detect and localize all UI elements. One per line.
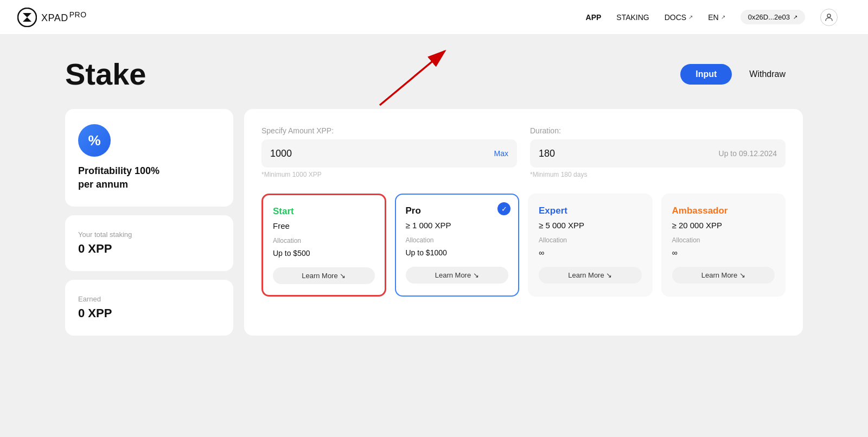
tier-learn-more-expert[interactable]: Learn More ↘ xyxy=(539,267,642,284)
form-inputs: Specify Amount XPP: 1000 Max *Minimum 10… xyxy=(261,126,786,178)
user-icon xyxy=(825,13,833,22)
lang-arrow-icon: ↗ xyxy=(721,14,725,20)
main-nav: APP STAKING DOCS ↗ EN ↗ 0x26D...2e03 ↗ xyxy=(586,9,838,26)
svg-point-0 xyxy=(18,8,36,27)
left-column: % Profitability 100%per annum Your total… xyxy=(65,109,233,336)
logo-text: XPADPRO xyxy=(41,10,87,24)
tier-amount-start: Free xyxy=(273,221,375,230)
tier-learn-more-start[interactable]: Learn More ↘ xyxy=(273,267,375,284)
tier-amount-expert: ≥ 5 000 XPP xyxy=(539,221,642,230)
docs-arrow-icon: ↗ xyxy=(688,14,693,20)
nav-docs[interactable]: DOCS ↗ xyxy=(665,13,693,22)
tier-cards-row: Start Free Allocation Up to $500 Learn M… xyxy=(261,194,786,297)
nav-language[interactable]: EN ↗ xyxy=(708,13,725,22)
input-button[interactable]: Input xyxy=(680,64,732,85)
duration-field-group: Duration: 180 Up to 09.12.2024 *Minimum … xyxy=(530,126,786,178)
svg-point-1 xyxy=(827,14,831,17)
page-title: Stake xyxy=(65,56,146,92)
nav-staking[interactable]: STAKING xyxy=(616,13,649,22)
amount-field-group: Specify Amount XPP: 1000 Max *Minimum 10… xyxy=(261,126,517,178)
tier-name-ambassador: Ambassador xyxy=(672,205,775,216)
tier-alloc-label-expert: Allocation xyxy=(539,236,642,244)
duration-date: Up to 09.12.2024 xyxy=(719,149,777,158)
tier-name-pro: Pro xyxy=(406,205,509,216)
tier-amount-pro: ≥ 1 000 XPP xyxy=(406,221,509,230)
duration-input-box[interactable]: 180 Up to 09.12.2024 xyxy=(530,139,786,168)
tier-card-pro[interactable]: Pro ≥ 1 000 XPP Allocation Up to $1000 L… xyxy=(395,194,520,297)
tier-learn-more-pro[interactable]: Learn More ↘ xyxy=(406,267,509,284)
tier-name-start: Start xyxy=(273,206,375,217)
wallet-button[interactable]: 0x26D...2e03 ↗ xyxy=(741,10,805,24)
content-grid: % Profitability 100%per annum Your total… xyxy=(65,109,803,336)
duration-hint: *Minimum 180 days xyxy=(530,171,786,178)
nav-app[interactable]: APP xyxy=(586,13,602,22)
amount-max-button[interactable]: Max xyxy=(494,149,508,158)
header: XPADPRO APP STAKING DOCS ↗ EN ↗ 0x26D...… xyxy=(0,0,868,35)
amount-value: 1000 xyxy=(270,148,292,159)
logo[interactable]: XPADPRO xyxy=(17,8,87,27)
wallet-arrow-icon: ↗ xyxy=(793,14,797,20)
tier-alloc-value-start: Up to $500 xyxy=(273,249,375,258)
duration-value: 180 xyxy=(539,148,555,159)
tier-alloc-value-pro: Up to $1000 xyxy=(406,248,509,257)
page-title-row: Stake Input Withdraw xyxy=(65,56,803,92)
tier-amount-ambassador: ≥ 20 000 XPP xyxy=(672,221,775,230)
profitability-card: % Profitability 100%per annum xyxy=(65,109,233,207)
profitability-label: Profitability 100%per annum xyxy=(78,164,159,191)
duration-label: Duration: xyxy=(530,126,786,135)
user-profile-button[interactable] xyxy=(820,9,838,26)
tier-card-ambassador[interactable]: Ambassador ≥ 20 000 XPP Allocation ∞ Lea… xyxy=(661,194,786,297)
amount-label: Specify Amount XPP: xyxy=(261,126,517,135)
earned-label: Earned xyxy=(78,295,220,303)
amount-input-box[interactable]: 1000 Max xyxy=(261,139,517,168)
tier-card-expert[interactable]: Expert ≥ 5 000 XPP Allocation ∞ Learn Mo… xyxy=(528,194,653,297)
percent-icon: % xyxy=(78,124,111,157)
earned-value: 0 XPP xyxy=(78,306,220,320)
tier-alloc-label-start: Allocation xyxy=(273,237,375,245)
tier-alloc-value-expert: ∞ xyxy=(539,248,642,257)
logo-icon xyxy=(17,8,37,27)
tier-learn-more-ambassador[interactable]: Learn More ↘ xyxy=(672,267,775,284)
tier-alloc-label-pro: Allocation xyxy=(406,236,509,244)
tier-card-start[interactable]: Start Free Allocation Up to $500 Learn M… xyxy=(261,194,386,297)
staking-card: Your total staking 0 XPP xyxy=(65,215,233,271)
main-content: Stake Input Withdraw % Profitability 100… xyxy=(0,35,868,368)
tier-name-expert: Expert xyxy=(539,205,642,216)
tier-alloc-value-ambassador: ∞ xyxy=(672,248,775,257)
staking-label: Your total staking xyxy=(78,230,220,239)
withdraw-button[interactable]: Withdraw xyxy=(734,64,801,85)
amount-hint: *Minimum 1000 XPP xyxy=(261,171,517,178)
input-withdraw-toggle: Input Withdraw xyxy=(678,62,803,87)
check-badge-pro: ✓ xyxy=(497,202,510,215)
tier-alloc-label-ambassador: Allocation xyxy=(672,236,775,244)
staking-value: 0 XPP xyxy=(78,242,220,256)
earned-card: Earned 0 XPP xyxy=(65,280,233,336)
right-panel: Specify Amount XPP: 1000 Max *Minimum 10… xyxy=(244,109,803,336)
